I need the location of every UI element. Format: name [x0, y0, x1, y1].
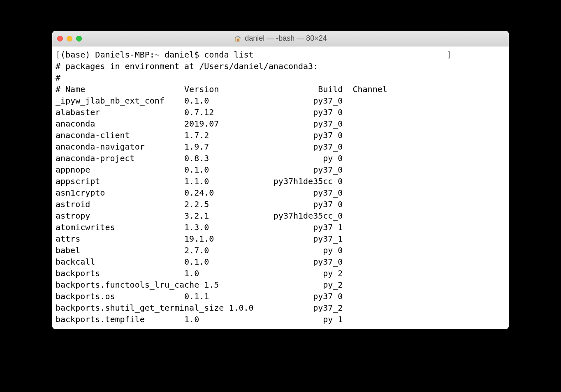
home-icon [234, 35, 241, 42]
terminal-line: backports 1.0 py_2 [56, 267, 505, 279]
terminal-line: backports.shutil_get_terminal_size 1.0.0… [56, 302, 505, 314]
terminal-line: backcall 0.1.0 py37_0 [56, 256, 505, 267]
terminal-line: appscript 1.1.0 py37h1de35cc_0 [56, 175, 505, 187]
terminal-line: anaconda-navigator 1.9.7 py37_0 [56, 141, 505, 152]
terminal-line: babel 2.7.0 py_0 [56, 244, 505, 256]
window-title-text: daniel — -bash — 80×24 [245, 34, 327, 43]
maximize-button[interactable] [76, 36, 82, 42]
terminal-line: asn1crypto 0.24.0 py37_0 [56, 187, 505, 198]
terminal-line: anaconda-project 0.8.3 py_0 [56, 152, 505, 164]
svg-rect-0 [237, 39, 239, 41]
terminal-window: daniel — -bash — 80×24 [(base) Daniels-M… [52, 31, 509, 329]
terminal-line: # Name Version Build Channel [56, 83, 505, 95]
terminal-line: _ipyw_jlab_nb_ext_conf 0.1.0 py37_0 [56, 95, 505, 106]
terminal-line: backports.tempfile 1.0 py_1 [56, 314, 505, 325]
terminal-line: appnope 0.1.0 py37_0 [56, 164, 505, 175]
terminal-line: anaconda 2019.07 py37_0 [56, 118, 505, 129]
terminal-line: alabaster 0.7.12 py37_0 [56, 106, 505, 118]
terminal-line: atomicwrites 1.3.0 py37_1 [56, 221, 505, 233]
terminal-line: backports.functools_lru_cache 1.5 py_2 [56, 279, 505, 291]
window-title: daniel — -bash — 80×24 [234, 34, 327, 43]
terminal-line: # [56, 72, 505, 83]
terminal-line: attrs 19.1.0 py37_1 [56, 233, 505, 244]
terminal-line: backports.os 0.1.1 py37_0 [56, 291, 505, 302]
terminal-line: anaconda-client 1.7.2 py37_0 [56, 129, 505, 141]
close-button[interactable] [57, 36, 63, 42]
terminal-body[interactable]: [(base) Daniels-MBP:~ daniel$ conda list… [52, 46, 509, 329]
traffic-lights [57, 36, 82, 42]
title-bar: daniel — -bash — 80×24 [52, 31, 509, 46]
terminal-line: # packages in environment at /Users/dani… [56, 60, 505, 72]
terminal-line: [(base) Daniels-MBP:~ daniel$ conda list… [56, 49, 505, 60]
minimize-button[interactable] [67, 36, 72, 42]
terminal-line: astroid 2.2.5 py37_0 [56, 198, 505, 210]
terminal-line: astropy 3.2.1 py37h1de35cc_0 [56, 210, 505, 221]
